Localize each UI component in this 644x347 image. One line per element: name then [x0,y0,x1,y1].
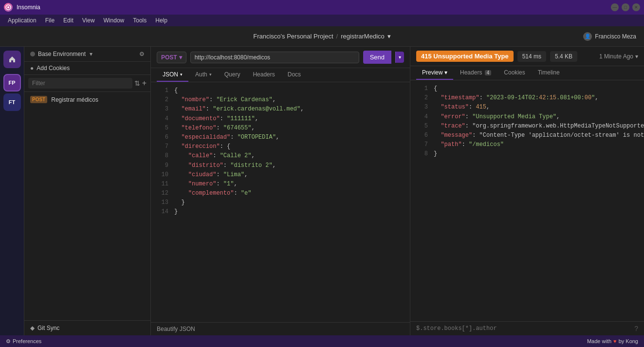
response-tabs-bar: Preview ▾ Headers 4 Cookies Timeline [410,66,644,80]
restore-button[interactable]: □ [622,3,629,11]
preferences-gear-icon: ⚙ [6,338,11,345]
response-tab-cookies-label: Cookies [504,69,525,76]
response-code-line: 7 "path": "/medicos" [410,140,644,149]
git-sync-label[interactable]: Git Sync [37,325,59,331]
response-tab-headers-label: Headers [460,69,482,76]
svg-point-1 [7,6,9,8]
sidebar-home-button[interactable] [3,51,21,68]
right-panel: 415 Unsupported Media Type 514 ms 5.4 KB… [410,47,644,335]
sidebar: FP FT [0,47,24,335]
response-tab-preview-arrow: ▾ [444,69,447,76]
cookies-icon: ● [30,65,34,72]
git-sync-footer: ◆ Git Sync [24,320,150,335]
sidebar-fp-avatar[interactable]: FP [3,74,21,91]
response-status-bar: 415 Unsupported Media Type 514 ms 5.4 KB… [410,47,644,66]
request-panel-footer: Beautify JSON [151,322,410,335]
menu-window[interactable]: Window [100,16,129,25]
close-button[interactable]: ✕ [632,3,640,11]
request-code-line: 5 "telefono": "674655", [151,124,410,133]
tab-auth-label: Auth [195,71,207,78]
request-code-line: 14} [151,207,410,217]
tab-query[interactable]: Query [219,68,246,82]
by-kong-text: by Kong [619,338,638,344]
user-info: 👤 Francisco Meza [583,32,636,41]
method-dropdown-icon: ▾ [179,54,182,61]
tab-docs[interactable]: Docs [282,68,307,82]
method-label: POST [161,54,177,61]
bottom-bar: ⚙ Preferences Made with ♥ by Kong [0,335,644,347]
request-code-line: 8 "calle": "Calle 2", [151,151,410,161]
filter-add-button[interactable]: + [142,79,147,88]
tab-docs-label: Docs [288,71,301,78]
menu-help[interactable]: Help [151,16,171,25]
menubar: Application File Edit View Window Tools … [0,15,644,26]
request-code-line: 12 "complemento": "e" [151,189,410,198]
request-code-line: 13 } [151,198,410,207]
response-code-line: 3 "status": 415, [410,103,644,112]
made-with-text: Made with [587,338,611,344]
response-tab-cookies[interactable]: Cookies [498,66,531,80]
main-layout: FP FT Base Environment ▾ ⚙ ● Add Cookies… [0,47,644,335]
request-code-line: 6 "especialidad": "ORTOPEDIA", [151,133,410,142]
tab-json-arrow: ▾ [180,72,183,77]
preferences-label: Preferences [13,338,41,344]
menu-file[interactable]: File [41,16,58,25]
collection-name[interactable]: registrarMedico [341,33,385,40]
tab-json-label: JSON [163,71,178,78]
menu-edit[interactable]: Edit [59,16,77,25]
response-code-line: 5 "trace": "org.springframework.web.Http… [410,122,644,131]
env-label: Base Environment [38,51,86,57]
titlebar: Insomnia — □ ✕ [0,0,644,15]
help-icon[interactable]: ? [634,325,638,332]
menu-tools[interactable]: Tools [129,16,150,25]
method-selector[interactable]: POST ▾ [157,52,186,63]
response-tab-timeline[interactable]: Timeline [532,66,566,80]
response-ago-arrow[interactable]: ▾ [635,53,638,60]
request-code-line: 1{ [151,86,410,95]
project-name[interactable]: Francisco's Personal Project [253,33,333,40]
env-dropdown-icon[interactable]: ▾ [90,51,92,57]
send-dropdown-button[interactable]: ▾ [395,52,404,63]
nav-item-registrar-medicos[interactable]: POST Registrar médicos [24,92,150,107]
jsonpath-input[interactable] [416,325,634,332]
response-time: 514 ms [517,51,546,62]
response-headers-count: 4 [485,70,492,75]
bottom-bar-right: Made with ♥ by Kong [587,338,638,344]
menu-application[interactable]: Application [4,16,40,25]
env-status-dot [30,52,35,56]
response-code-line: 8} [410,149,644,159]
app-logo [4,3,13,12]
sidebar-ft-avatar[interactable]: FT [3,93,21,111]
request-code-line: 9 "distrito": "distrito 2", [151,161,410,170]
git-icon: ◆ [30,325,35,331]
filter-input[interactable] [28,78,132,89]
tab-auth-arrow: ▾ [209,72,212,77]
env-settings-icon[interactable]: ⚙ [139,51,145,57]
request-body-editor[interactable]: 1{2 "nombre": "Erick Cardenas",3 "email"… [151,82,410,322]
tab-json[interactable]: JSON ▾ [157,68,188,82]
response-code-line: 6 "message": "Content-Type 'application/… [410,131,644,140]
breadcrumb-separator: / [336,33,338,40]
tab-auth[interactable]: Auth ▾ [189,68,218,82]
response-ago-text: 1 Minute Ago [599,53,633,60]
response-tab-headers[interactable]: Headers 4 [454,66,497,80]
collection-dropdown-icon[interactable]: ▾ [387,33,391,40]
response-tab-preview[interactable]: Preview ▾ [416,66,453,80]
url-input[interactable] [190,52,359,63]
send-button[interactable]: Send [363,51,391,64]
request-code-line: 7 "direccion": { [151,142,410,151]
menu-view[interactable]: View [78,16,99,25]
minimize-button[interactable]: — [611,3,619,11]
tab-headers[interactable]: Headers [247,68,280,82]
beautify-button[interactable]: Beautify JSON [157,326,195,332]
add-cookies-item[interactable]: ● Add Cookies [24,62,150,75]
filter-sort-button[interactable]: ⇅ [134,79,140,87]
request-code-line: 10 "ciudad": "Lima", [151,170,410,180]
project-breadcrumb: Francisco's Personal Project / registrar… [253,33,391,40]
request-code-line: 2 "nombre": "Erick Cardenas", [151,95,410,105]
tab-headers-label: Headers [253,71,275,78]
left-panel: Base Environment ▾ ⚙ ● Add Cookies ⇅ + P… [24,47,151,335]
center-panel: POST ▾ Send ▾ JSON ▾ Auth ▾ Query Header… [151,47,410,335]
tab-query-label: Query [224,71,240,78]
preferences-item[interactable]: ⚙ Preferences [6,338,41,345]
